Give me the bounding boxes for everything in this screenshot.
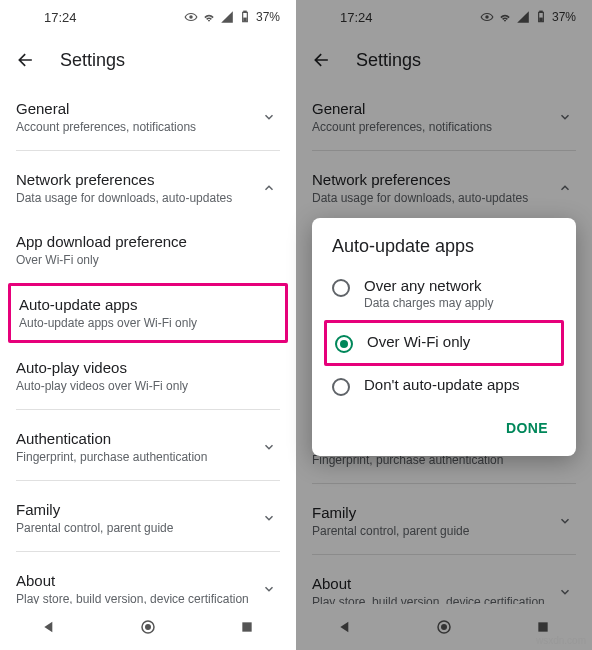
nav-recent-icon[interactable] (237, 617, 257, 637)
status-bar: 17:24 37% (0, 0, 296, 34)
radio-dont-auto-update[interactable]: Don't auto-update apps (312, 366, 576, 406)
section-family[interactable]: FamilyParental control, parent guide (16, 487, 280, 549)
chevron-down-icon (554, 581, 576, 603)
section-auto-update[interactable]: Auto-update appsAuto-update apps over Wi… (8, 283, 288, 343)
svg-point-5 (146, 625, 151, 630)
svg-point-0 (189, 15, 193, 19)
battery-icon (534, 10, 548, 24)
battery-icon (238, 10, 252, 24)
chevron-down-icon (258, 436, 280, 458)
status-time: 17:24 (340, 10, 373, 25)
signal-icon (220, 10, 234, 24)
chevron-down-icon (554, 510, 576, 532)
nav-home-icon[interactable] (434, 617, 454, 637)
section-network[interactable]: Network preferencesData usage for downlo… (312, 157, 576, 219)
back-icon[interactable] (312, 50, 332, 70)
signal-icon (516, 10, 530, 24)
section-network[interactable]: Network preferencesData usage for downlo… (16, 157, 280, 219)
section-autoplay[interactable]: Auto-play videosAuto-play videos over Wi… (16, 345, 280, 407)
eye-icon (184, 10, 198, 24)
section-general[interactable]: GeneralAccount preferences, notification… (16, 86, 280, 148)
status-time: 17:24 (44, 10, 77, 25)
svg-rect-10 (539, 18, 543, 21)
radio-icon-selected[interactable] (335, 335, 353, 353)
back-icon[interactable] (16, 50, 36, 70)
radio-icon[interactable] (332, 279, 350, 297)
section-download-pref[interactable]: App download preferenceOver Wi-Fi only (16, 219, 280, 281)
settings-screen-left: 17:24 37% Settings GeneralAccount prefer… (0, 0, 296, 650)
nav-home-icon[interactable] (138, 617, 158, 637)
page-title: Settings (60, 50, 125, 71)
chevron-down-icon (554, 106, 576, 128)
settings-list[interactable]: GeneralAccount preferences, notification… (0, 86, 296, 604)
svg-point-7 (485, 15, 489, 19)
watermark: wsxdn.com (536, 635, 586, 646)
nav-back-icon[interactable] (335, 617, 355, 637)
toolbar: Settings (0, 34, 296, 86)
nav-recent-icon[interactable] (533, 617, 553, 637)
nav-bar (0, 604, 296, 650)
section-auth[interactable]: AuthenticationFingerprint, purchase auth… (16, 416, 280, 478)
battery-percent: 37% (256, 10, 280, 24)
wifi-icon (498, 10, 512, 24)
eye-icon (480, 10, 494, 24)
chevron-down-icon (258, 578, 280, 600)
svg-rect-2 (244, 11, 246, 12)
toolbar: Settings (296, 34, 592, 86)
dialog-title: Auto-update apps (312, 236, 576, 267)
svg-point-12 (442, 625, 447, 630)
status-icons: 37% (480, 10, 576, 24)
section-about[interactable]: AboutPlay store, build version, device c… (16, 558, 280, 604)
settings-screen-right: 17:24 37% Settings GeneralAccount prefer… (296, 0, 592, 650)
radio-icon[interactable] (332, 378, 350, 396)
nav-back-icon[interactable] (39, 617, 59, 637)
section-general[interactable]: GeneralAccount preferences, notification… (312, 86, 576, 148)
svg-rect-3 (243, 18, 247, 21)
battery-percent: 37% (552, 10, 576, 24)
auto-update-dialog: Auto-update apps Over any networkData ch… (312, 218, 576, 456)
chevron-down-icon (258, 507, 280, 529)
page-title: Settings (356, 50, 421, 71)
section-family[interactable]: FamilyParental control, parent guide (312, 490, 576, 552)
svg-rect-9 (540, 11, 542, 12)
chevron-down-icon (258, 106, 280, 128)
chevron-up-icon (554, 177, 576, 199)
chevron-up-icon (258, 177, 280, 199)
radio-over-wifi-only[interactable]: Over Wi-Fi only (324, 320, 564, 366)
svg-rect-13 (538, 622, 547, 631)
status-bar: 17:24 37% (296, 0, 592, 34)
section-about[interactable]: AboutPlay store, build version, device c… (312, 561, 576, 604)
done-button[interactable]: DONE (496, 414, 558, 442)
status-icons: 37% (184, 10, 280, 24)
radio-over-any-network[interactable]: Over any networkData charges may apply (312, 267, 576, 320)
wifi-icon (202, 10, 216, 24)
svg-rect-6 (242, 622, 251, 631)
